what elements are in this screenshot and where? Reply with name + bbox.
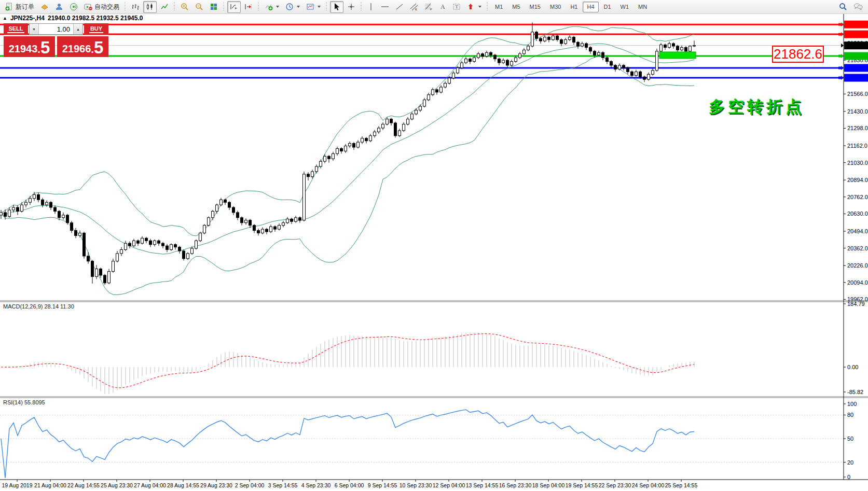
horizontal-line-objects[interactable] <box>0 23 844 79</box>
timeframe-h1[interactable]: H1 <box>566 2 582 12</box>
timeframe-d1[interactable]: D1 <box>600 2 615 12</box>
svg-text:80: 80 <box>847 412 853 418</box>
zoom-in-button[interactable] <box>178 1 191 13</box>
svg-text:28 Aug 14:55: 28 Aug 14:55 <box>167 482 199 488</box>
svg-text:25 Aug 23:30: 25 Aug 23:30 <box>101 482 133 488</box>
auto-scroll-icon <box>230 3 238 11</box>
bar-chart-button[interactable] <box>129 1 142 13</box>
svg-text:21298.0: 21298.0 <box>847 125 868 131</box>
chart-symbol-period: JPN225-,H4 <box>10 15 45 22</box>
timeframe-h4[interactable]: H4 <box>583 2 598 12</box>
bollinger-bands <box>1 26 694 294</box>
chart-title-marker: ▲ <box>3 16 7 21</box>
svg-text:20226.0: 20226.0 <box>847 262 868 269</box>
svg-text:19 Aug 2019: 19 Aug 2019 <box>2 482 33 488</box>
horizontal-line-icon <box>381 3 389 11</box>
objects-group: E F A T <box>364 0 485 14</box>
timeframe-m5[interactable]: M5 <box>508 2 524 12</box>
volume-decrease-button[interactable]: ▼ <box>30 24 39 34</box>
svg-text:3 Sep 14:55: 3 Sep 14:55 <box>268 482 298 488</box>
price-annotation-box[interactable]: 21862.6 <box>772 46 824 63</box>
svg-text:19 Sep 14:55: 19 Sep 14:55 <box>566 482 598 488</box>
svg-text:T: T <box>456 4 459 9</box>
timeframe-mn[interactable]: MN <box>634 2 651 12</box>
fibonacci-button[interactable]: F <box>422 1 435 13</box>
svg-text:21566.0: 21566.0 <box>847 91 868 97</box>
autotrading-icon <box>84 3 92 11</box>
sell-button[interactable]: SELL <box>4 23 28 35</box>
alerts-icon <box>70 3 78 11</box>
svg-text:0: 0 <box>847 474 850 480</box>
rsi-line <box>1 410 694 478</box>
main-toolbar: 新订单 自动交易 <box>0 0 868 14</box>
autotrading-button[interactable]: 自动交易 <box>81 1 122 13</box>
svg-text:100: 100 <box>847 401 857 407</box>
templates-dropdown-arrow[interactable] <box>318 6 321 8</box>
svg-text:F: F <box>430 8 432 11</box>
volume-increase-button[interactable]: ▲ <box>73 24 82 34</box>
periods-button[interactable] <box>283 1 302 13</box>
volume-stepper: ▼ 1.00 ▲ <box>29 23 83 35</box>
timeframe-m1[interactable]: M1 <box>491 2 507 12</box>
arrows-button[interactable] <box>464 1 484 13</box>
vertical-line-button[interactable] <box>365 1 377 13</box>
auto-scroll-button[interactable] <box>227 1 241 13</box>
svg-text:20494.0: 20494.0 <box>847 228 868 234</box>
svg-text:24 Sep 04:00: 24 Sep 04:00 <box>632 482 665 488</box>
buy-button[interactable]: BUY <box>84 23 108 35</box>
insert-group <box>261 0 324 14</box>
chat-button[interactable] <box>851 1 865 13</box>
chart-area[interactable]: 22098.021966.021830.021698.021566.021430… <box>0 14 868 491</box>
buy-price-display[interactable]: 21966.5 <box>57 36 108 57</box>
templates-button[interactable] <box>304 1 323 13</box>
green-rectangle-object[interactable] <box>659 52 696 59</box>
cursor-group <box>329 0 359 14</box>
svg-text:12 Sep 04:00: 12 Sep 04:00 <box>433 482 465 488</box>
svg-text:9 Sep 14:55: 9 Sep 14:55 <box>368 482 397 488</box>
market-watch-button[interactable] <box>38 1 51 13</box>
timeframe-m30[interactable]: M30 <box>546 2 565 12</box>
tile-windows-icon <box>210 3 218 11</box>
chinese-annotation-text[interactable]: 多空转折点 <box>709 96 805 118</box>
volume-value[interactable]: 1.00 <box>39 24 73 34</box>
indicators-dropdown-arrow[interactable] <box>276 6 279 8</box>
new-order-button[interactable]: 新订单 <box>3 1 37 13</box>
toolbar-grip <box>325 2 328 11</box>
line-chart-icon <box>160 3 169 11</box>
zoom-out-button[interactable] <box>192 1 206 13</box>
alerts-button[interactable] <box>67 1 80 13</box>
timeframe-group: M1 M5 M15 M30 H1 H4 D1 W1 MN <box>490 0 652 14</box>
indicators-button[interactable] <box>262 1 282 13</box>
chart-shift-button[interactable] <box>242 1 255 13</box>
equidistant-channel-button[interactable]: E <box>407 1 421 13</box>
candle-chart-icon <box>146 3 154 11</box>
chart-title: ▲ JPN225-,H4 21940.0 21982.5 21932.5 219… <box>3 15 143 22</box>
macd-indicator-label: MACD(12,26,9) 28.14 11.30 <box>3 303 74 310</box>
trendline-icon <box>395 3 404 11</box>
search-button[interactable] <box>836 1 850 13</box>
arrows-dropdown-arrow[interactable] <box>478 6 481 8</box>
trade-group: 新订单 自动交易 <box>2 0 122 14</box>
svg-text:13 Sep 14:55: 13 Sep 14:55 <box>466 482 499 488</box>
axes-layer[interactable]: 22098.021966.021830.021698.021566.021430… <box>0 14 868 480</box>
timeframe-m15[interactable]: M15 <box>526 2 545 12</box>
text-button[interactable]: A <box>436 1 449 13</box>
chart-window: 22098.021966.021830.021698.021566.021430… <box>0 14 868 491</box>
periods-dropdown-arrow[interactable] <box>297 6 300 8</box>
timeframe-w1[interactable]: W1 <box>616 2 633 12</box>
rsi-layer <box>1 410 694 478</box>
tile-windows-button[interactable] <box>207 1 221 13</box>
profiles-button[interactable] <box>52 1 66 13</box>
sell-price-display[interactable]: 21943.5 <box>4 36 55 57</box>
candle-chart-button[interactable] <box>143 1 157 13</box>
cursor-button[interactable] <box>330 1 343 13</box>
text-label-button[interactable]: T <box>450 1 463 13</box>
rect-object-layer[interactable] <box>659 52 696 59</box>
zoom-out-icon <box>195 3 203 11</box>
svg-text:6 Sep 04:00: 6 Sep 04:00 <box>335 482 364 488</box>
line-chart-button[interactable] <box>158 1 171 13</box>
horizontal-line-button[interactable] <box>378 1 392 13</box>
time-axis[interactable]: 19 Aug 201921 Aug 04:0022 Aug 14:5525 Au… <box>2 480 698 488</box>
trendline-button[interactable] <box>393 1 406 13</box>
crosshair-button[interactable] <box>345 1 358 13</box>
